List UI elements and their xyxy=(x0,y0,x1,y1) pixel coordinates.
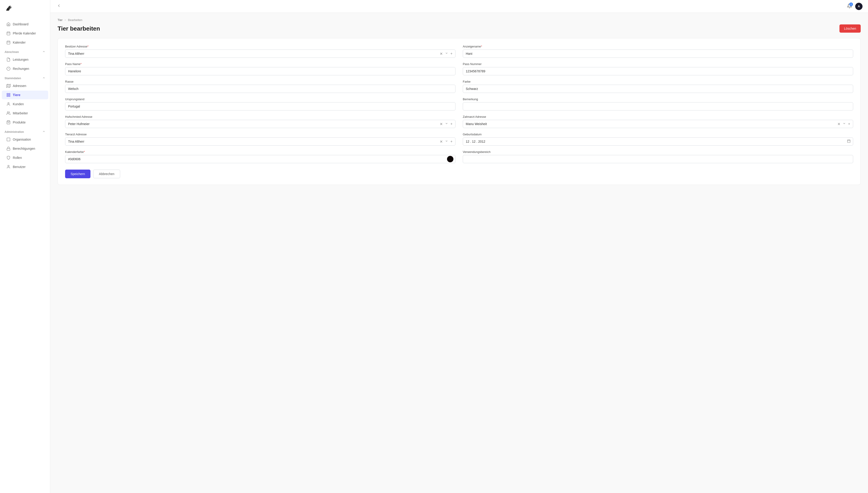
breadcrumb: Tier > Bearbeiten xyxy=(58,18,861,22)
hufschmied-adresse-label: Hufschmied Adresse xyxy=(65,115,455,119)
anzeigename-label: Anzeigename* xyxy=(463,45,853,48)
sidebar-item-mitarbeiter-label: Mitarbeiter xyxy=(13,111,28,115)
file-icon xyxy=(6,58,11,62)
sidebar-item-leistungen-label: Leistungen xyxy=(13,58,28,61)
avatar-button[interactable]: A xyxy=(855,3,863,10)
hufschmied-adresse-add-button[interactable]: + xyxy=(450,122,453,126)
svg-rect-14 xyxy=(7,93,8,94)
zahnarzt-adresse-add-button[interactable]: + xyxy=(847,122,851,126)
verwendungsbereich-input[interactable] xyxy=(463,155,853,163)
zahnarzt-adresse-input[interactable] xyxy=(463,120,835,128)
calendar-icon xyxy=(845,139,853,144)
save-button[interactable]: Speichern xyxy=(65,170,90,178)
svg-marker-11 xyxy=(7,84,11,88)
pass-name-group: Pass Name* xyxy=(65,62,455,75)
geburtsdatum-date-wrapper[interactable] xyxy=(463,137,853,146)
kalenderfarbe-group: Kalenderfarbe* xyxy=(65,150,455,163)
administration-chevron-icon[interactable] xyxy=(42,130,45,134)
section-stammdaten: Stammdaten xyxy=(0,73,50,81)
back-button[interactable] xyxy=(56,2,62,10)
paw-icon xyxy=(6,93,11,97)
color-swatch xyxy=(447,156,453,162)
hufschmied-adresse-input[interactable] xyxy=(65,120,437,128)
besitzer-adresse-clear-button[interactable]: ✕ xyxy=(439,51,443,56)
sidebar-item-dashboard[interactable]: Dashboard xyxy=(2,20,48,28)
users-icon xyxy=(6,111,11,115)
zahnarzt-adresse-select[interactable]: ✕ + xyxy=(463,120,853,128)
sidebar-item-produkte[interactable]: Produkte xyxy=(2,118,48,127)
hufschmied-adresse-group: Hufschmied Adresse ✕ + xyxy=(65,115,455,128)
ursprungsland-label: Ursprungsland xyxy=(65,98,455,101)
sidebar-item-mitarbeiter[interactable]: Mitarbeiter xyxy=(2,109,48,117)
verwendungsbereich-group: Verwendungsbereich xyxy=(463,150,853,163)
sidebar-item-rollen[interactable]: Rollen xyxy=(2,153,48,162)
hufschmied-adresse-clear-button[interactable]: ✕ xyxy=(439,122,443,127)
stammdaten-chevron-icon[interactable] xyxy=(42,76,45,80)
zahnarzt-adresse-dropdown-button[interactable] xyxy=(842,122,847,126)
kalenderfarbe-input[interactable] xyxy=(65,155,447,163)
tierarzt-adresse-add-button[interactable]: + xyxy=(450,139,453,144)
building-icon xyxy=(6,137,11,142)
farbe-label: Farbe xyxy=(463,80,853,83)
sidebar-item-benutzer[interactable]: Benutzer xyxy=(2,163,48,171)
besitzer-adresse-select[interactable]: ✕ + xyxy=(65,49,455,58)
calendar-alt-icon xyxy=(6,31,11,35)
pass-name-input[interactable] xyxy=(65,67,455,75)
pass-nummer-input[interactable] xyxy=(463,67,853,75)
tierarzt-adresse-select[interactable]: ✕ + xyxy=(65,137,455,146)
sidebar-item-rechungen-label: Rechungen xyxy=(13,67,29,70)
avatar-label: A xyxy=(858,4,860,8)
breadcrumb-parent[interactable]: Tier xyxy=(58,18,63,22)
bemerkung-input[interactable] xyxy=(463,102,853,110)
cancel-button[interactable]: Abbrechen xyxy=(93,170,120,178)
logo-icon xyxy=(4,4,13,12)
section-abrechnen: Abrechnen xyxy=(0,47,50,55)
geburtsdatum-group: Geburtsdatum xyxy=(463,133,853,146)
geburtsdatum-input[interactable] xyxy=(463,137,845,145)
sidebar-item-tiere[interactable]: Tiere xyxy=(2,91,48,99)
besitzer-adresse-add-button[interactable]: + xyxy=(450,51,453,56)
tierarzt-adresse-clear-button[interactable]: ✕ xyxy=(439,139,443,144)
notification-button[interactable]: 0 xyxy=(847,3,852,9)
pass-nummer-group: Pass Nummer xyxy=(463,62,853,75)
abrechnen-chevron-icon[interactable] xyxy=(42,50,45,54)
lock-icon xyxy=(6,147,11,151)
pass-name-label: Pass Name* xyxy=(65,62,455,66)
sidebar-item-kunden[interactable]: Kunden xyxy=(2,100,48,108)
kalenderfarbe-label: Kalenderfarbe* xyxy=(65,150,455,154)
zahnarzt-adresse-group: Zahnarzt Adresse ✕ + xyxy=(463,115,853,128)
user-circle-icon xyxy=(6,165,11,169)
anzeigename-input[interactable] xyxy=(463,49,853,58)
besitzer-adresse-input[interactable] xyxy=(65,50,437,58)
ursprungsland-input[interactable] xyxy=(65,102,455,110)
verwendungsbereich-label: Verwendungsbereich xyxy=(463,150,853,154)
dollar-icon xyxy=(6,67,11,71)
anzeigename-group: Anzeigename* xyxy=(463,45,853,58)
svg-point-18 xyxy=(8,103,9,104)
svg-rect-21 xyxy=(7,138,10,141)
calendar-icon xyxy=(6,40,11,44)
rasse-input[interactable] xyxy=(65,85,455,93)
sidebar-item-leistungen[interactable]: Leistungen xyxy=(2,55,48,64)
sidebar-item-berechtigungen[interactable]: Berechtigungen xyxy=(2,144,48,153)
sidebar-item-rechungen[interactable]: Rechungen xyxy=(2,64,48,73)
zahnarzt-adresse-clear-button[interactable]: ✕ xyxy=(836,122,841,127)
sidebar-item-dashboard-label: Dashboard xyxy=(13,22,28,26)
sidebar-item-berechtigungen-label: Berechtigungen xyxy=(13,147,35,150)
sidebar-item-adressen[interactable]: Adressen xyxy=(2,82,48,90)
delete-button[interactable]: Löschen xyxy=(840,24,861,33)
besitzer-adresse-dropdown-button[interactable] xyxy=(444,51,449,56)
farbe-input[interactable] xyxy=(463,85,853,93)
kalenderfarbe-color-wrapper[interactable] xyxy=(65,155,455,163)
tierarzt-adresse-input[interactable] xyxy=(65,137,437,145)
sidebar-item-pferde-kalender[interactable]: Pferde Kalender xyxy=(2,29,48,38)
sidebar: Dashboard Pferde Kalender Kalender Abrec… xyxy=(0,0,50,493)
map-icon xyxy=(6,84,11,88)
sidebar-item-adressen-label: Adressen xyxy=(13,84,26,88)
sidebar-item-organisation[interactable]: Organisation xyxy=(2,135,48,144)
sidebar-item-kalender[interactable]: Kalender xyxy=(2,38,48,47)
hufschmied-adresse-select[interactable]: ✕ + xyxy=(65,120,455,128)
app-logo xyxy=(0,0,50,17)
hufschmied-adresse-dropdown-button[interactable] xyxy=(444,122,449,126)
tierarzt-adresse-dropdown-button[interactable] xyxy=(444,139,449,144)
